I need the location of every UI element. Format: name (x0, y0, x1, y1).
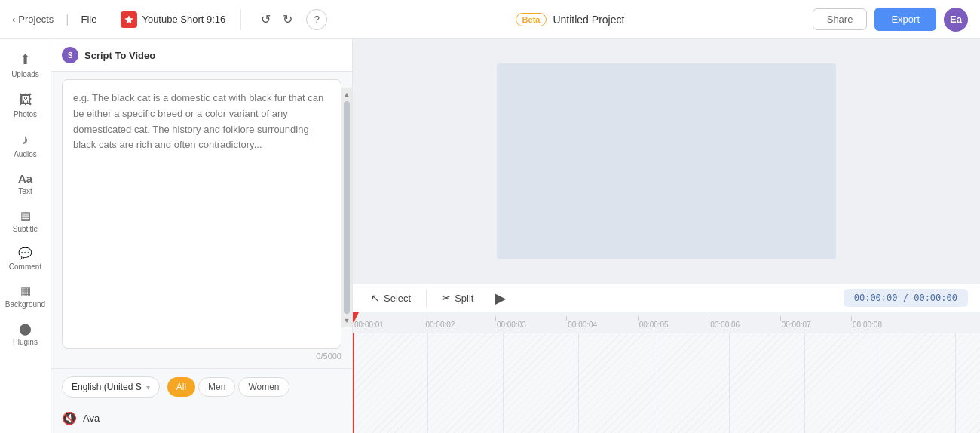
ruler-label: 00:00:01 (353, 321, 384, 329)
topbar-divider (240, 9, 241, 30)
topbar-right: Share Export Ea (813, 8, 968, 32)
timeline-tracks (353, 333, 980, 433)
photos-icon: 🖼 (19, 92, 32, 108)
select-cursor-icon: ↖ (371, 292, 380, 304)
export-button[interactable]: Export (874, 8, 936, 31)
voice-filter-women[interactable]: Women (238, 377, 289, 397)
project-title: Untitled Project (553, 14, 624, 26)
char-count: 0/5000 (62, 352, 341, 361)
script-textarea[interactable] (62, 79, 341, 349)
plugins-icon: ⬤ (19, 322, 32, 336)
uploads-icon: ⬆ (20, 51, 31, 68)
sidebar-item-subtitle[interactable]: ▤ Subtitle (3, 203, 48, 239)
format-label: Youtube Short 9:16 (142, 14, 225, 25)
chevron-down-icon: ▾ (146, 383, 150, 392)
help-button[interactable]: ? (306, 9, 327, 30)
canvas-preview (497, 63, 836, 259)
background-label: Background (5, 300, 45, 309)
comment-icon: 💬 (18, 247, 32, 260)
subtitle-icon: ▤ (20, 209, 31, 223)
language-select[interactable]: English (United S ▾ (62, 376, 160, 398)
time-display: 00:00:00 / 00:00:00 (844, 289, 968, 307)
uploads-label: Uploads (11, 70, 39, 78)
sidebar-item-comment[interactable]: 💬 Comment (3, 241, 48, 277)
sidebar-item-text[interactable]: Aa Text (3, 166, 48, 201)
ruler-label: 00:00:08 (851, 321, 882, 329)
sidebar-item-audios[interactable]: ♪ Audios (3, 126, 48, 164)
sidebar-item-background[interactable]: ▦ Background (3, 278, 48, 315)
script-header: S Script To Video (51, 39, 352, 72)
split-tool-label: Split (455, 293, 473, 304)
text-label: Text (18, 187, 32, 195)
photos-label: Photos (14, 110, 37, 118)
voice-filter-men[interactable]: Men (198, 377, 235, 397)
topbar-center: Beta Untitled Project (333, 13, 806, 26)
ruler-mark: 00:00:05 (638, 316, 709, 329)
timeline-cursor (353, 333, 354, 433)
audios-icon: ♪ (22, 132, 29, 148)
scroll-down-button[interactable]: ▼ (341, 315, 352, 326)
select-tool-label: Select (384, 293, 411, 304)
projects-label: Projects (18, 14, 54, 25)
play-button[interactable]: ▶ (495, 289, 506, 307)
file-menu[interactable]: File (81, 14, 96, 25)
ruler-mark: 00:00:04 (566, 316, 637, 329)
tool-separator (426, 289, 427, 307)
main-layout: ⬆ Uploads 🖼 Photos ♪ Audios Aa Text ▤ Su… (0, 39, 980, 433)
ruler-mark: 00:00:01 (353, 316, 424, 329)
brand-logo-svg (124, 14, 134, 25)
canvas-wrap (353, 39, 980, 284)
comment-label: Comment (9, 263, 41, 271)
script-textarea-wrap: 0/5000 (51, 72, 352, 368)
share-button[interactable]: Share (813, 8, 868, 30)
ruler-label: 00:00:02 (424, 321, 455, 329)
undo-button[interactable]: ↺ (256, 9, 275, 29)
scroll-track: ▲ ▼ (341, 88, 352, 327)
subtitle-label: Subtitle (13, 225, 38, 233)
ruler-label: 00:00:05 (638, 321, 669, 329)
scroll-up-button[interactable]: ▲ (341, 89, 352, 100)
text-icon: Aa (18, 172, 32, 185)
split-scissors-icon: ✂ (442, 292, 451, 304)
mute-button[interactable]: 🔇 (62, 411, 77, 425)
split-tool-button[interactable]: ✂ Split (436, 289, 479, 307)
plugins-label: Plugins (13, 338, 38, 346)
sidebar-item-photos[interactable]: 🖼 Photos (3, 86, 48, 124)
select-tool-button[interactable]: ↖ Select (365, 289, 417, 307)
ruler-mark: 00:00:08 (851, 316, 922, 329)
brand-section: Youtube Short 9:16 (121, 11, 225, 28)
beta-badge: Beta (516, 13, 547, 26)
timeline-ruler: 00:00:0100:00:0200:00:0300:00:0400:00:05… (353, 312, 980, 333)
user-avatar-area: Ea (944, 8, 968, 32)
ruler-mark: 00:00:03 (495, 316, 566, 329)
scroll-thumb[interactable] (344, 101, 350, 314)
ruler-mark: 00:00:02 (424, 316, 495, 329)
editor-area: ↖ Select ✂ Split ▶ 00:00:00 / 00:00:00 0… (353, 39, 980, 433)
script-icon-letter: S (68, 51, 73, 60)
script-brand-icon: S (62, 47, 78, 63)
ruler-label: 00:00:07 (780, 321, 811, 329)
ruler-mark: 00:00:06 (709, 316, 779, 329)
background-icon: ▦ (20, 284, 31, 298)
language-label: English (United S (72, 382, 142, 392)
topbar: ‹ Projects | File Youtube Short 9:16 ↺ ↻… (0, 0, 980, 39)
voice-name: Ava (83, 413, 100, 424)
sidebar-item-plugins[interactable]: ⬤ Plugins (3, 316, 48, 352)
script-voice-row: 🔇 Ava (51, 405, 352, 433)
projects-nav[interactable]: ‹ Projects (12, 14, 54, 25)
undo-redo-group: ↺ ↻ (256, 9, 297, 29)
redo-button[interactable]: ↻ (278, 9, 297, 29)
timeline-toolbar: ↖ Select ✂ Split ▶ 00:00:00 / 00:00:00 (353, 284, 980, 312)
sidebar-item-uploads[interactable]: ⬆ Uploads (3, 45, 48, 84)
user-avatar[interactable]: Ea (944, 8, 968, 32)
script-lang-row: English (United S ▾ All Men Women (51, 368, 352, 405)
topbar-left: ‹ Projects | File Youtube Short 9:16 ↺ ↻… (12, 9, 327, 30)
brand-icon (121, 11, 137, 28)
back-arrow: ‹ (12, 14, 15, 25)
script-title: Script To Video (84, 50, 155, 61)
timeline-hatch (353, 333, 980, 433)
sidebar-icons: ⬆ Uploads 🖼 Photos ♪ Audios Aa Text ▤ Su… (0, 39, 51, 433)
script-panel: S Script To Video ▲ ▼ 0/5000 English (Un… (51, 39, 353, 433)
voice-filter-all[interactable]: All (167, 377, 195, 397)
ruler-label: 00:00:06 (709, 321, 740, 329)
